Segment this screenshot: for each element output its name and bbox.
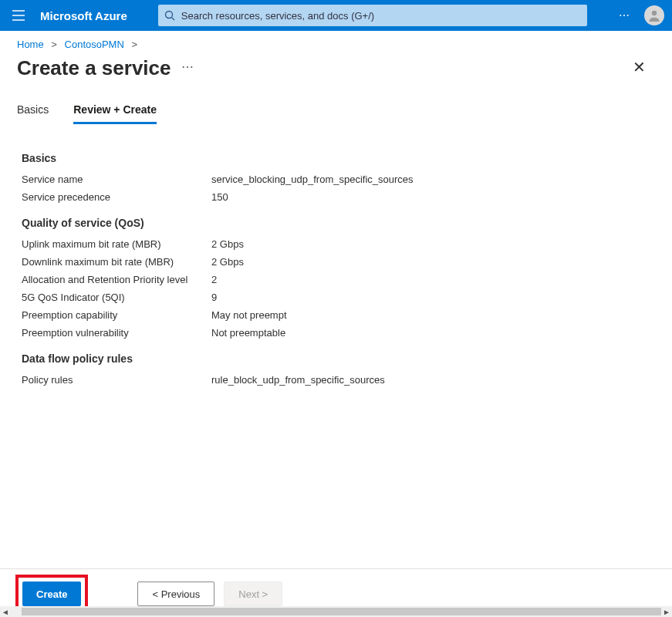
section-basics-title: Basics (22, 152, 650, 164)
value-preemption-vulnerability: Not preemptable (211, 327, 285, 339)
top-more-icon[interactable]: ⋯ (619, 9, 632, 22)
next-button: Next > (224, 582, 282, 606)
value-service-precedence: 150 (211, 191, 228, 203)
value-uplink-mbr: 2 Gbps (211, 238, 244, 250)
breadcrumb-home[interactable]: Home (17, 39, 44, 50)
value-5qi: 9 (211, 292, 217, 303)
value-policy-rules: rule_block_udp_from_specific_sources (211, 374, 385, 386)
review-content: Basics Service name service_blocking_udp… (0, 124, 672, 561)
svg-point-5 (652, 11, 657, 15)
user-avatar[interactable] (644, 5, 664, 25)
label-5qi: 5G QoS Indicator (5QI) (22, 292, 211, 303)
value-service-name: service_blocking_udp_from_specific_sourc… (211, 174, 414, 185)
tab-review-create[interactable]: Review + Create (73, 99, 157, 124)
value-preemption-capability: May not preempt (211, 309, 287, 321)
close-icon[interactable]: ✕ (630, 55, 649, 79)
search-icon (164, 10, 175, 21)
page-title: Create a service (17, 56, 171, 80)
label-preemption-vulnerability: Preemption vulnerability (22, 327, 211, 339)
breadcrumb: Home > ContosoPMN > (0, 31, 672, 53)
search-placeholder: Search resources, services, and docs (G+… (181, 10, 374, 22)
label-preemption-capability: Preemption capability (22, 309, 211, 321)
hamburger-menu-icon[interactable] (8, 5, 29, 26)
label-uplink-mbr: Uplink maximum bit rate (MBR) (22, 238, 211, 250)
tabs: Basics Review + Create (0, 99, 672, 124)
svg-line-4 (171, 18, 174, 21)
global-search-input[interactable]: Search resources, services, and docs (G+… (158, 5, 587, 26)
horizontal-scrollbar[interactable]: ◄ ► (0, 606, 672, 617)
brand-label[interactable]: Microsoft Azure (40, 9, 127, 22)
label-arp-level: Allocation and Retention Priority level (22, 274, 211, 285)
tab-basics[interactable]: Basics (17, 99, 49, 124)
label-service-precedence: Service precedence (22, 191, 211, 203)
label-downlink-mbr: Downlink maximum bit rate (MBR) (22, 256, 211, 268)
title-more-icon[interactable]: ⋯ (181, 59, 195, 74)
chevron-right-icon: > (51, 39, 57, 50)
value-arp-level: 2 (211, 274, 217, 285)
section-rules-title: Data flow policy rules (22, 352, 650, 365)
label-policy-rules: Policy rules (22, 374, 211, 386)
create-button[interactable]: Create (22, 582, 81, 606)
chevron-right-icon: > (131, 39, 137, 50)
top-bar: Microsoft Azure Search resources, servic… (0, 0, 672, 31)
svg-point-3 (165, 12, 172, 19)
section-qos-title: Quality of service (QoS) (22, 217, 650, 229)
value-downlink-mbr: 2 Gbps (211, 256, 244, 268)
breadcrumb-contosopmn[interactable]: ContosoPMN (65, 39, 124, 50)
previous-button[interactable]: < Previous (137, 582, 214, 606)
label-service-name: Service name (22, 174, 211, 185)
